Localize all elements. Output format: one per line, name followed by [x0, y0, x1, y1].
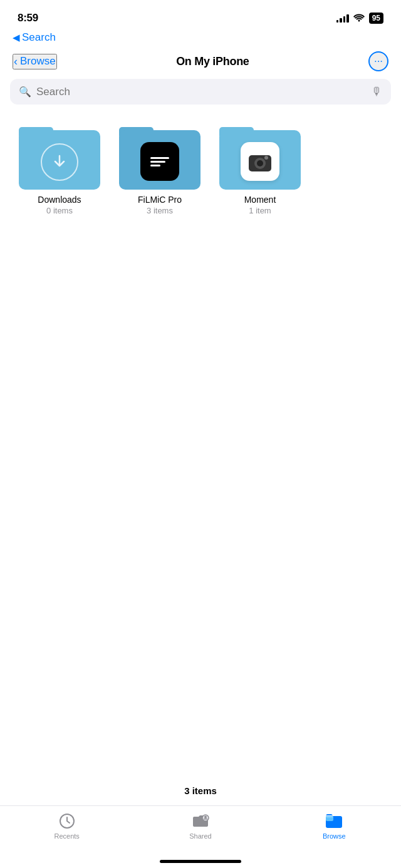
folder-count: 1 item	[249, 206, 271, 215]
back-label: Search	[22, 31, 56, 44]
recents-icon	[58, 812, 76, 830]
signal-icon	[336, 14, 349, 23]
status-bar: 8:59 95	[0, 0, 401, 31]
status-time: 8:59	[18, 12, 38, 24]
total-items-count: 3 items	[0, 785, 401, 796]
wifi-icon	[353, 13, 365, 24]
svg-point-6	[204, 816, 207, 819]
folder-count: 3 items	[147, 206, 173, 215]
back-button[interactable]: ◀ Search	[13, 31, 56, 44]
search-input[interactable]	[36, 86, 366, 98]
page-title: On My iPhone	[176, 55, 249, 68]
folders-grid: Downloads 0 items FiLMiC Pro 3 items	[0, 115, 401, 228]
browse-back-label: Browse	[20, 55, 56, 68]
battery-icon: 95	[369, 13, 383, 24]
battery-level: 95	[372, 14, 380, 23]
folder-icon-downloads	[19, 127, 100, 190]
shared-label: Shared	[189, 832, 211, 840]
header: ‹ Browse On My iPhone ···	[0, 46, 401, 79]
ellipsis-icon: ···	[374, 55, 383, 68]
chevron-left-icon: ‹	[14, 55, 18, 68]
tab-shared[interactable]: Shared	[133, 812, 267, 840]
folder-name: Downloads	[38, 195, 81, 205]
browse-icon	[325, 812, 343, 830]
moment-app-icon	[241, 142, 279, 181]
search-bar[interactable]: 🔍 🎙	[10, 79, 391, 105]
browse-back-button[interactable]: ‹ Browse	[13, 54, 57, 69]
search-icon: 🔍	[19, 86, 31, 98]
search-container: 🔍 🎙	[0, 79, 401, 115]
recents-label: Recents	[54, 832, 79, 840]
download-symbol	[41, 143, 78, 181]
tab-recents[interactable]: Recents	[0, 812, 133, 840]
svg-point-3	[264, 156, 268, 160]
status-icons: 95	[336, 13, 383, 24]
folder-item-filmic[interactable]: FiLMiC Pro 3 items	[119, 127, 200, 215]
browse-label: Browse	[323, 832, 346, 840]
microphone-icon[interactable]: 🎙	[371, 85, 382, 98]
chevron-left-icon: ◀	[13, 32, 20, 43]
home-indicator	[160, 860, 241, 863]
tab-browse[interactable]: Browse	[268, 812, 401, 840]
filmic-app-icon	[140, 142, 179, 181]
folder-name: Moment	[244, 195, 276, 205]
back-nav[interactable]: ◀ Search	[0, 31, 401, 46]
more-options-button[interactable]: ···	[368, 51, 388, 71]
folder-name: FiLMiC Pro	[138, 195, 182, 205]
svg-point-2	[257, 160, 263, 166]
folder-icon-filmic	[119, 127, 200, 190]
svg-rect-9	[326, 816, 333, 818]
shared-icon	[192, 812, 209, 830]
folder-item-moment[interactable]: Moment 1 item	[219, 127, 301, 215]
tab-bar: Recents Shared Browse	[0, 805, 401, 868]
folder-count: 0 items	[46, 206, 73, 215]
folder-item-downloads[interactable]: Downloads 0 items	[19, 127, 100, 215]
folder-icon-moment	[219, 127, 301, 190]
